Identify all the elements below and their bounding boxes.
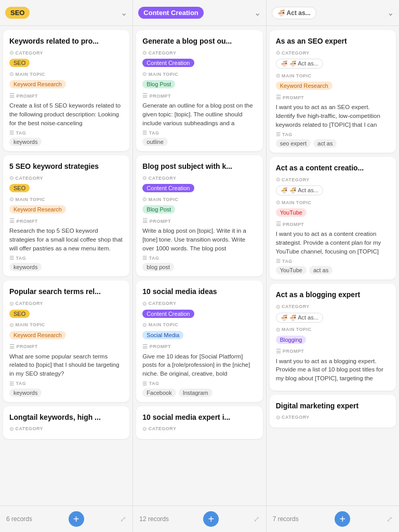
expand-icon[interactable]: ⤢ — [120, 515, 126, 523]
category-row: ⊙ CATEGORY — [9, 175, 123, 181]
card[interactable]: 10 social media ideas⊙ CATEGORYContent C… — [136, 281, 262, 402]
prompt-label: ☰ PROMPT — [9, 218, 38, 224]
card-title: Act as a blogging expert — [276, 290, 390, 299]
card[interactable]: Digital marketing expert⊙ CATEGORY — [270, 395, 396, 428]
category-tag[interactable]: Content Creation — [142, 184, 194, 192]
column-tag-seo[interactable]: SEO — [5, 7, 30, 19]
category-row: ⊙ CATEGORY — [9, 426, 123, 432]
card-title: Longtail keywords, high ... — [9, 413, 123, 422]
prompt-row: ☰ PROMPT — [276, 348, 390, 355]
main-topic-tag[interactable]: Keyword Research — [9, 331, 66, 339]
category-tag[interactable]: 🍜 Act as... — [276, 185, 323, 195]
main-topic-row: ⊙ MAIN TOPIC — [9, 322, 123, 328]
column-header-left-content: Content Creation — [138, 7, 203, 19]
small-tag[interactable]: keywords — [9, 389, 42, 397]
prompt-label: ☰ PROMPT — [276, 221, 304, 228]
category-tag[interactable]: 🍜 Act as... — [276, 313, 323, 323]
small-tag[interactable]: act as — [313, 139, 337, 148]
cards-container-seo: Keywords related to pro...⊙ CATEGORYSEO⊙… — [0, 26, 132, 506]
card-title: 10 social media ideas — [142, 287, 256, 296]
main-topic-tag[interactable]: Keyword Research — [9, 80, 66, 88]
card-title: Popular search terms rel... — [9, 287, 123, 296]
category-tag[interactable]: Content Creation — [142, 310, 194, 318]
category-row: ⊙ CATEGORY — [142, 301, 256, 307]
card[interactable]: Longtail keywords, high ...⊙ CATEGORY — [3, 406, 129, 439]
main-topic-label: ⊙ MAIN TOPIC — [142, 71, 178, 77]
tag-label: ☰ TAG — [9, 255, 26, 261]
main-topic-row: ⊙ MAIN TOPIC — [142, 322, 256, 328]
category-label: ⊙ CATEGORY — [9, 50, 43, 56]
main-topic-tag[interactable]: Keyword Research — [9, 205, 66, 214]
category-tag[interactable]: Content Creation — [142, 59, 194, 67]
category-tag[interactable]: SEO — [9, 184, 30, 192]
card[interactable]: As as an SEO expert⊙ CATEGORY🍜 Act as...… — [270, 30, 396, 153]
card[interactable]: Keywords related to pro...⊙ CATEGORYSEO⊙… — [3, 30, 129, 151]
tags-row: seo expertact as — [276, 139, 390, 148]
category-row: ⊙ CATEGORY — [276, 177, 390, 182]
tag-label: ☰ TAG — [142, 130, 159, 136]
category-label: ⊙ CATEGORY — [276, 177, 310, 182]
category-label: ⊙ CATEGORY — [9, 301, 43, 307]
category-row: ⊙ CATEGORY — [276, 304, 390, 310]
main-topic-label: ⊙ MAIN TOPIC — [276, 327, 312, 332]
column-tag-actas[interactable]: Act as... — [272, 7, 316, 19]
card[interactable]: Generate a blog post ou...⊙ CATEGORYCont… — [136, 30, 262, 151]
small-tag[interactable]: seo expert — [276, 139, 311, 148]
prompt-text: What are some popular search terms relat… — [9, 352, 123, 378]
column-chevron-content[interactable]: ⌄ — [254, 8, 261, 18]
column-tag-content[interactable]: Content Creation — [138, 7, 203, 19]
tag-label-row: ☰ TAG — [276, 131, 390, 137]
card[interactable]: Blog post subject with k...⊙ CATEGORYCon… — [136, 155, 262, 276]
category-label: ⊙ CATEGORY — [142, 175, 176, 181]
category-tag[interactable]: SEO — [9, 310, 30, 318]
tags-row: FacebookInstagram — [142, 389, 256, 397]
prompt-text: Give me 10 ideas for [Social Platform] p… — [142, 352, 256, 378]
tag-label-row: ☰ TAG — [276, 258, 390, 264]
card[interactable]: 10 social media expert i...⊙ CATEGORY — [136, 406, 262, 439]
card[interactable]: Act as a blogging expert⊙ CATEGORY🍜 Act … — [270, 284, 396, 390]
tag-label-row: ☰ TAG — [142, 130, 256, 136]
prompt-row: ☰ PROMPT — [276, 94, 390, 101]
category-tag[interactable]: 🍜 Act as... — [276, 59, 323, 69]
tag-label-row: ☰ TAG — [9, 255, 123, 261]
prompt-label: ☰ PROMPT — [276, 348, 304, 355]
category-label: ⊙ CATEGORY — [276, 50, 310, 56]
prompt-row: ☰ PROMPT — [142, 343, 256, 350]
main-topic-tag[interactable]: Blog Post — [142, 205, 175, 214]
card[interactable]: 5 SEO keyword strategies⊙ CATEGORYSEO⊙ M… — [3, 155, 129, 276]
add-button[interactable]: + — [203, 511, 219, 527]
column-chevron-seo[interactable]: ⌄ — [121, 8, 127, 18]
main-topic-tag[interactable]: YouTube — [276, 208, 307, 217]
main-topic-tag[interactable]: Blogging — [276, 336, 307, 344]
expand-icon[interactable]: ⤢ — [387, 515, 393, 523]
small-tag[interactable]: Facebook — [142, 389, 176, 397]
main-topic-label: ⊙ MAIN TOPIC — [9, 196, 45, 202]
small-tag[interactable]: outline — [142, 138, 167, 146]
main-topic-tag[interactable]: Social Media — [142, 331, 183, 339]
main-topic-tag[interactable]: Blog Post — [142, 80, 175, 88]
add-button[interactable]: + — [335, 511, 350, 527]
prompt-row: ☰ PROMPT — [9, 218, 123, 224]
prompt-text: Create a list of 5 SEO keywords related … — [9, 101, 123, 127]
expand-icon[interactable]: ⤢ — [254, 515, 260, 523]
small-tag[interactable]: blog post — [142, 263, 174, 271]
small-tag[interactable]: YouTube — [276, 266, 307, 274]
add-button[interactable]: + — [69, 511, 84, 527]
column-chevron-actas[interactable]: ⌄ — [387, 8, 394, 18]
board: SEO⌄Keywords related to pro...⊙ CATEGORY… — [0, 0, 399, 532]
main-topic-label: ⊙ MAIN TOPIC — [276, 73, 312, 78]
prompt-row: ☰ PROMPT — [142, 218, 256, 224]
small-tag[interactable]: keywords — [9, 138, 42, 146]
main-topic-row: ⊙ MAIN TOPIC — [276, 327, 390, 332]
card-title: Generate a blog post ou... — [142, 36, 256, 46]
prompt-label: ☰ PROMPT — [9, 343, 38, 350]
category-row: ⊙ CATEGORY — [142, 175, 256, 181]
small-tag[interactable]: Instagram — [179, 389, 212, 397]
card[interactable]: Act as a content creatio...⊙ CATEGORY🍜 A… — [270, 157, 396, 280]
category-label: ⊙ CATEGORY — [142, 426, 176, 432]
category-tag[interactable]: SEO — [9, 59, 30, 67]
card[interactable]: Popular search terms rel...⊙ CATEGORYSEO… — [3, 281, 129, 402]
main-topic-tag[interactable]: Keyword Research — [276, 82, 332, 90]
small-tag[interactable]: act as — [309, 266, 332, 274]
small-tag[interactable]: keywords — [9, 263, 42, 271]
